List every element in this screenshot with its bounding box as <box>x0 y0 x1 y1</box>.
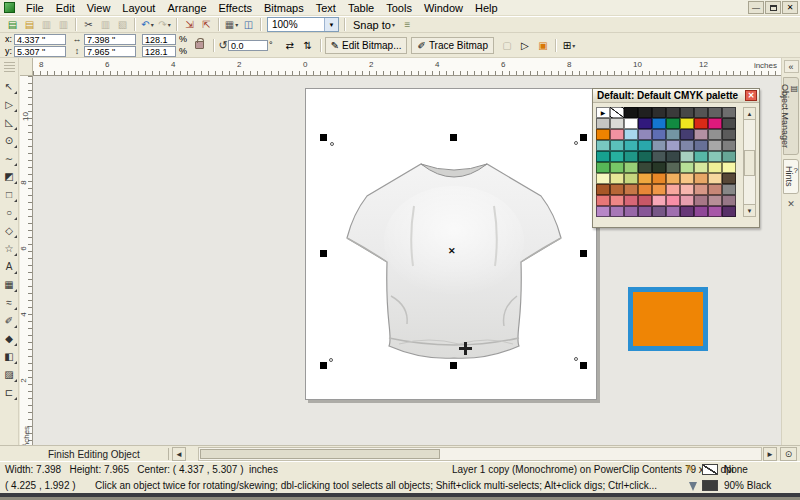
palette-swatch[interactable] <box>694 184 708 195</box>
dropdown-arrow[interactable]: ▾ <box>151 21 154 28</box>
export-button[interactable]: ⇱ <box>198 17 215 32</box>
pick-tool[interactable]: ↖ <box>1 78 18 95</box>
trace-bitmap-button[interactable]: ✐ Trace Bitmap <box>411 37 493 54</box>
drawing-canvas[interactable]: ✕ Default: Default CMYK palette ✕ ▶ ▲ ▼ <box>33 76 781 445</box>
selection-handle-bottom-left[interactable] <box>320 362 327 369</box>
palette-no-color-swatch[interactable] <box>610 107 624 118</box>
palette-swatch[interactable] <box>638 118 652 129</box>
basic-shapes-tool[interactable]: ☆ <box>1 240 18 257</box>
import-button[interactable]: ⇲ <box>181 17 198 32</box>
mirror-horizontal-button[interactable]: ⇄ <box>281 37 299 54</box>
palette-swatch[interactable] <box>680 184 694 195</box>
menu-window[interactable]: Window <box>418 1 469 15</box>
palette-swatch[interactable] <box>694 162 708 173</box>
rotation-field[interactable]: 0.0 <box>228 40 268 51</box>
palette-swatch[interactable] <box>722 195 736 206</box>
palette-swatch[interactable] <box>596 140 610 151</box>
y-position-field[interactable]: 5.307 " <box>14 46 66 57</box>
palette-swatch[interactable] <box>638 162 652 173</box>
menu-effects[interactable]: Effects <box>213 1 258 15</box>
horizontal-scroll-thumb[interactable] <box>200 449 440 459</box>
palette-swatch[interactable] <box>596 195 610 206</box>
ruler-origin[interactable] <box>20 58 33 76</box>
application-launcher-button[interactable]: ▦▾ <box>223 17 240 32</box>
palette-swatch[interactable] <box>722 151 736 162</box>
palette-swatch[interactable] <box>624 184 638 195</box>
lock-ratio-icon[interactable] <box>195 41 204 49</box>
palette-swatch[interactable] <box>666 140 680 151</box>
palette-swatch[interactable] <box>666 151 680 162</box>
menu-table[interactable]: Table <box>342 1 380 15</box>
palette-swatch[interactable] <box>694 140 708 151</box>
menu-tools[interactable]: Tools <box>380 1 418 15</box>
palette-swatch[interactable] <box>624 107 638 118</box>
palette-swatch[interactable] <box>610 140 624 151</box>
palette-swatch[interactable] <box>680 151 694 162</box>
palette-scroll-thumb[interactable] <box>744 150 755 176</box>
fill-tool[interactable]: ◧ <box>1 348 18 365</box>
menu-view[interactable]: View <box>81 1 117 15</box>
palette-swatch[interactable] <box>610 151 624 162</box>
palette-swatch[interactable] <box>694 129 708 140</box>
palette-swatch[interactable] <box>610 162 624 173</box>
horizontal-scrollbar[interactable] <box>198 447 762 461</box>
palette-swatch[interactable] <box>722 162 736 173</box>
palette-swatch[interactable] <box>624 140 638 151</box>
palette-swatch[interactable] <box>624 173 638 184</box>
finish-editing-object-button[interactable]: Finish Editing Object <box>40 447 148 461</box>
palette-swatch[interactable] <box>638 195 652 206</box>
zoom-dropdown-arrow[interactable]: ▼ <box>324 18 338 31</box>
palette-scrollbar[interactable]: ▲ ▼ <box>743 107 756 217</box>
palette-swatch[interactable] <box>666 206 680 217</box>
palette-scroll-up[interactable]: ▲ <box>744 108 755 120</box>
palette-swatch[interactable] <box>694 206 708 217</box>
palette-swatch[interactable] <box>708 195 722 206</box>
palette-swatch[interactable] <box>638 206 652 217</box>
dropdown-arrow[interactable]: ▾ <box>168 21 171 28</box>
palette-title-bar[interactable]: Default: Default CMYK palette ✕ <box>593 89 759 103</box>
wrap-text-button[interactable]: ⊞▾ <box>560 37 578 54</box>
selection-handle-top-right[interactable] <box>580 134 587 141</box>
palette-swatch[interactable] <box>722 107 736 118</box>
restore-button[interactable] <box>765 1 781 14</box>
palette-scroll-down[interactable]: ▼ <box>744 204 755 216</box>
palette-swatch[interactable] <box>722 129 736 140</box>
palette-swatch[interactable] <box>652 162 666 173</box>
copy-button[interactable]: ▥ <box>97 17 114 32</box>
palette-swatch[interactable] <box>722 118 736 129</box>
palette-swatch[interactable] <box>652 184 666 195</box>
navigator-zoom-button[interactable]: ⊙ <box>780 447 797 461</box>
palette-swatch[interactable] <box>694 173 708 184</box>
palette-swatch[interactable] <box>638 107 652 118</box>
height-field[interactable]: 7.965 " <box>84 46 136 57</box>
print-button[interactable]: ▥ <box>55 17 72 32</box>
palette-swatch[interactable] <box>722 206 736 217</box>
selection-handle-bottom-center[interactable] <box>450 362 457 369</box>
palette-swatch[interactable] <box>694 151 708 162</box>
palette-swatch[interactable] <box>652 118 666 129</box>
palette-swatch[interactable] <box>638 151 652 162</box>
palette-swatch[interactable] <box>694 107 708 118</box>
menu-arrange[interactable]: Arrange <box>161 1 212 15</box>
palette-swatch[interactable] <box>610 206 624 217</box>
menu-bitmaps[interactable]: Bitmaps <box>258 1 310 15</box>
selection-handle-top-center[interactable] <box>450 134 457 141</box>
selection-handle-top-left[interactable] <box>320 134 327 141</box>
palette-close-button[interactable]: ✕ <box>745 90 757 101</box>
scale-v-field[interactable]: 128.1 <box>142 46 176 57</box>
open-button[interactable]: ▤ <box>21 17 38 32</box>
docker-close-button[interactable]: ✕ <box>784 198 798 211</box>
palette-swatch[interactable] <box>694 118 708 129</box>
orange-rectangle-object[interactable] <box>628 287 708 351</box>
palette-swatch[interactable] <box>652 173 666 184</box>
palette-swatch[interactable] <box>680 129 694 140</box>
palette-swatch[interactable] <box>666 107 680 118</box>
scroll-left-button[interactable]: ◄ <box>172 447 186 461</box>
minimize-button[interactable]: — <box>748 1 764 14</box>
palette-swatch[interactable] <box>652 107 666 118</box>
polygon-tool[interactable]: ◇ <box>1 222 18 239</box>
palette-swatch[interactable] <box>624 195 638 206</box>
menu-help[interactable]: Help <box>469 1 504 15</box>
palette-swatch[interactable] <box>708 107 722 118</box>
docker-collapse-button[interactable]: « <box>784 60 799 73</box>
